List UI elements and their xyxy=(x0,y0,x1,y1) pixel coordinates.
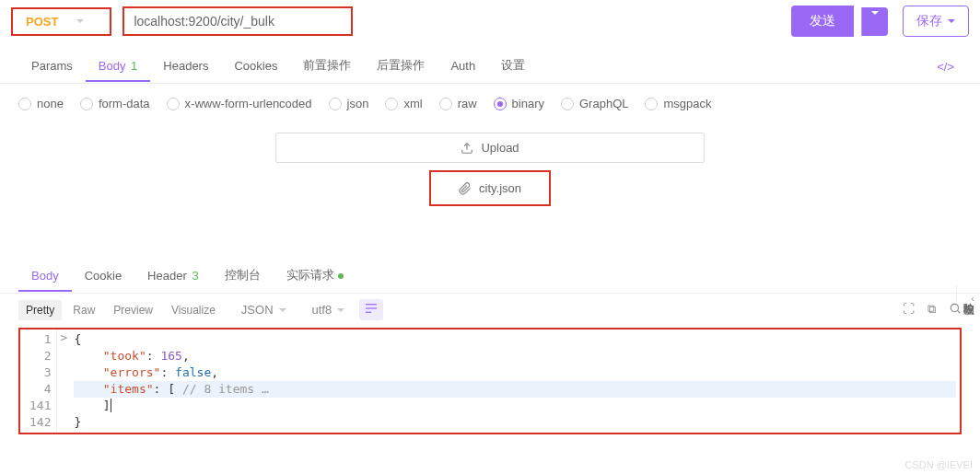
url-input[interactable]: localhost:9200/city/_bulk xyxy=(122,6,353,36)
rtab-header-label: Header xyxy=(147,269,187,283)
tab-settings[interactable]: 设置 xyxy=(488,50,538,83)
chevron-down-icon xyxy=(76,19,84,23)
code-line: "took": 165, xyxy=(74,348,956,364)
response-code-box: 1 2 3 4 141 142 > { "took": 165, "errors… xyxy=(18,328,962,434)
upload-button[interactable]: Upload xyxy=(275,133,704,163)
dot-icon xyxy=(338,273,344,279)
body-type-xml[interactable]: xml xyxy=(385,97,422,110)
code-line: { xyxy=(74,331,956,348)
response-tabs: Body Cookie Header 3 控制台 实际请求 xyxy=(0,252,980,294)
tab-post[interactable]: 后置操作 xyxy=(364,50,438,83)
chevron-down-icon xyxy=(871,11,879,29)
chevron-down-icon xyxy=(337,308,344,312)
tab-cookies[interactable]: Cookies xyxy=(221,52,290,82)
body-type-row: none form-data x-www-form-urlencoded jso… xyxy=(0,84,980,123)
file-chip[interactable]: city.json xyxy=(429,170,551,206)
radio-icon xyxy=(439,98,452,110)
method-select[interactable]: POST xyxy=(11,7,111,36)
request-tabs: Params Body 1 Headers Cookies 前置操作 后置操作 … xyxy=(0,42,980,84)
upload-icon xyxy=(461,142,473,155)
rtab-header[interactable]: Header 3 xyxy=(134,261,212,292)
view-raw[interactable]: Raw xyxy=(65,300,102,320)
format-select[interactable]: JSON xyxy=(234,299,294,320)
file-name: city.json xyxy=(479,181,521,195)
code-lines: { "took": 165, "errors": false, "items":… xyxy=(70,329,960,433)
radio-icon xyxy=(385,98,398,110)
encoding-select[interactable]: utf8 xyxy=(305,299,353,320)
body-type-msgpack[interactable]: msgpack xyxy=(645,97,711,110)
wrap-icon[interactable] xyxy=(359,299,383,320)
side-panel-validate[interactable]: 校验响应 xyxy=(956,285,980,304)
code-icon[interactable]: </> xyxy=(929,56,962,77)
copy-icon[interactable]: ⧉ xyxy=(928,302,936,318)
tab-headers[interactable]: Headers xyxy=(150,52,221,82)
save-button[interactable]: 保存 xyxy=(903,6,969,37)
radio-icon xyxy=(80,98,93,110)
rtab-actual[interactable]: 实际请求 xyxy=(274,260,356,293)
body-type-raw[interactable]: raw xyxy=(439,97,477,110)
radio-icon xyxy=(329,98,342,110)
send-button[interactable]: 发送 xyxy=(791,6,854,37)
body-type-json[interactable]: json xyxy=(329,97,369,110)
view-pretty[interactable]: Pretty xyxy=(18,300,62,320)
encoding-label: utf8 xyxy=(312,303,332,317)
line-gutter: 1 2 3 4 141 142 xyxy=(20,329,57,433)
view-row: Pretty Raw Preview Visualize JSON utf8 ⛶… xyxy=(0,294,980,326)
code-line: "errors": false, xyxy=(74,364,956,381)
rtab-body[interactable]: Body xyxy=(18,261,72,292)
code-view[interactable]: 1 2 3 4 141 142 > { "took": 165, "errors… xyxy=(20,329,960,433)
tab-pre[interactable]: 前置操作 xyxy=(290,50,364,83)
format-label: JSON xyxy=(241,303,274,317)
radio-icon xyxy=(561,98,574,110)
watermark: CSDN @IEVEI xyxy=(904,459,973,470)
svg-point-4 xyxy=(951,304,958,311)
body-type-binary[interactable]: binary xyxy=(494,97,544,110)
view-preview[interactable]: Preview xyxy=(106,300,160,320)
svg-line-5 xyxy=(958,311,961,314)
view-actions: ⛶ ⧉ xyxy=(903,302,962,318)
method-label: POST xyxy=(26,15,58,29)
radio-icon xyxy=(494,98,507,110)
upload-area: Upload city.json xyxy=(0,123,980,225)
rtab-console[interactable]: 控制台 xyxy=(212,260,274,293)
save-label: 保存 xyxy=(916,13,942,29)
upload-label: Upload xyxy=(481,141,519,155)
chevron-down-icon xyxy=(279,308,286,312)
send-dropdown[interactable] xyxy=(861,7,888,36)
fold-toggle[interactable]: > xyxy=(57,329,70,346)
view-visualize[interactable]: Visualize xyxy=(164,300,223,320)
tab-params[interactable]: Params xyxy=(18,52,86,82)
radio-icon xyxy=(645,98,658,110)
tab-body-label: Body xyxy=(99,59,126,73)
radio-icon xyxy=(18,98,31,110)
code-line: ] xyxy=(74,398,956,414)
body-type-urlencoded[interactable]: x-www-form-urlencoded xyxy=(167,97,312,110)
tab-body[interactable]: Body 1 xyxy=(86,52,151,82)
code-line: } xyxy=(74,414,956,431)
fold-column: > xyxy=(57,329,70,433)
rtab-header-badge: 3 xyxy=(192,269,198,283)
tab-body-badge: 1 xyxy=(131,59,137,73)
radio-icon xyxy=(167,98,180,110)
attachment-icon xyxy=(459,182,472,195)
chevron-down-icon xyxy=(948,19,955,23)
search-icon[interactable] xyxy=(949,302,962,318)
tab-auth[interactable]: Auth xyxy=(438,52,488,82)
request-bar: POST localhost:9200/city/_bulk 发送 保存 xyxy=(0,0,980,42)
body-type-none[interactable]: none xyxy=(18,97,64,110)
rtab-actual-label: 实际请求 xyxy=(286,268,334,282)
expand-icon[interactable]: ⛶ xyxy=(903,302,915,318)
body-type-graphql[interactable]: GraphQL xyxy=(561,97,628,110)
body-type-formdata[interactable]: form-data xyxy=(80,97,150,110)
rtab-cookie[interactable]: Cookie xyxy=(72,261,134,292)
code-line: "items": [ // 8 items … xyxy=(74,381,956,398)
